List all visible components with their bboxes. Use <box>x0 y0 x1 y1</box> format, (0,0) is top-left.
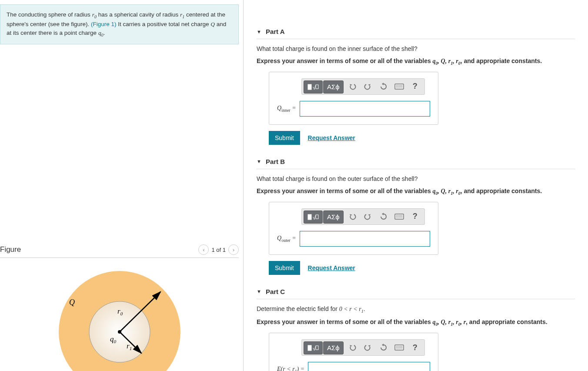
part-b-question: What total charge is found on the outer … <box>257 175 575 182</box>
svg-rect-20 <box>395 345 404 350</box>
part-label: Part B <box>266 158 285 165</box>
svg-rect-7 <box>316 85 318 89</box>
part-a-question: What total charge is found on the inner … <box>257 45 575 52</box>
part-c-answerbox: √ ΑΣϕ ? E(r < r1) = <box>269 333 438 371</box>
part-a-hint: Express your answer in terms of some or … <box>257 57 575 66</box>
equation-toolbar: √ ΑΣϕ ? <box>301 339 425 356</box>
problem-statement: The conducting sphere of radius r0 has a… <box>0 4 239 44</box>
redo-button[interactable] <box>360 80 376 93</box>
help-button[interactable]: ? <box>407 341 423 354</box>
part-a-header[interactable]: ▼ Part A <box>257 26 575 39</box>
part-c-question: Determine the electric field for 0 < r <… <box>257 305 575 314</box>
help-button[interactable]: ? <box>407 211 423 223</box>
part-label: Part A <box>266 28 285 35</box>
part-a-answerbox: √ ΑΣϕ ? Qinner = <box>269 72 438 125</box>
svg-rect-14 <box>395 214 404 219</box>
part-b-answerbox: √ ΑΣϕ ? Qouter = <box>269 202 438 255</box>
svg-rect-11 <box>308 214 311 220</box>
svg-rect-5 <box>308 84 311 90</box>
figure-title: Figure <box>0 245 21 254</box>
equation-toolbar: √ ΑΣϕ ? <box>301 78 425 95</box>
prev-figure-button[interactable]: ‹ <box>198 244 209 255</box>
svg-rect-19 <box>316 346 318 350</box>
svg-rect-8 <box>395 84 404 89</box>
greek-button[interactable]: ΑΣϕ <box>323 80 344 94</box>
text: It carries a positive total net charge <box>116 21 210 27</box>
text: . <box>104 30 105 36</box>
text: has a spherical cavity of radius <box>97 11 180 18</box>
undo-button[interactable] <box>344 341 360 354</box>
part-b-header[interactable]: ▼ Part B <box>257 156 575 169</box>
pager-text: 1 of 1 <box>211 247 226 253</box>
part-b-input[interactable] <box>300 231 430 247</box>
part-c-lhs: E(r < r1) = <box>277 366 304 371</box>
part-c-input[interactable] <box>308 362 430 371</box>
part-a: ▼ Part A What total charge is found on t… <box>257 26 575 145</box>
svg-point-4 <box>118 330 121 334</box>
reset-button[interactable] <box>376 80 391 93</box>
redo-button[interactable] <box>360 211 376 223</box>
reset-button[interactable] <box>376 211 391 223</box>
collapse-icon: ▼ <box>257 159 261 164</box>
var-r1: r1 <box>180 11 184 18</box>
part-c: ▼ Part C Determine the electric field fo… <box>257 286 575 371</box>
figure-header: Figure ‹ 1 of 1 › <box>0 242 239 258</box>
part-b: ▼ Part B What total charge is found on t… <box>257 156 575 275</box>
part-c-header[interactable]: ▼ Part C <box>257 286 575 299</box>
part-a-lhs: Qinner = <box>277 105 296 113</box>
part-label: Part C <box>266 288 285 295</box>
svg-rect-13 <box>316 215 318 219</box>
keyboard-button[interactable] <box>391 341 407 354</box>
svg-rect-17 <box>308 345 311 351</box>
equation-toolbar: √ ΑΣϕ ? <box>301 208 425 225</box>
var-q0: q0 <box>98 30 104 36</box>
part-c-hint: Express your answer in terms of some or … <box>257 318 575 327</box>
figure-link[interactable]: (Figure 1) <box>91 21 117 27</box>
help-button[interactable]: ? <box>407 80 423 93</box>
part-a-submit-button[interactable]: Submit <box>269 131 300 145</box>
figure-diagram: Q r0 r1 q0 <box>54 267 185 371</box>
reset-button[interactable] <box>376 341 391 354</box>
undo-button[interactable] <box>344 80 360 93</box>
var-r0: r0 <box>92 11 97 18</box>
part-a-input[interactable] <box>300 101 430 117</box>
part-b-submit-button[interactable]: Submit <box>269 261 300 275</box>
greek-button[interactable]: ΑΣϕ <box>323 211 344 224</box>
var-Q: Q <box>210 21 215 27</box>
keyboard-button[interactable] <box>391 80 407 93</box>
keyboard-button[interactable] <box>391 211 407 223</box>
next-figure-button[interactable]: › <box>228 244 239 255</box>
collapse-icon: ▼ <box>257 29 261 34</box>
templates-button[interactable]: √ <box>304 341 323 354</box>
part-a-request-answer-link[interactable]: Request Answer <box>308 134 355 141</box>
fig-label-Q: Q <box>69 298 75 307</box>
part-b-lhs: Qouter = <box>277 235 296 243</box>
figure-pager: ‹ 1 of 1 › <box>198 244 239 255</box>
collapse-icon: ▼ <box>257 289 261 294</box>
redo-button[interactable] <box>360 341 376 354</box>
part-b-request-answer-link[interactable]: Request Answer <box>308 264 355 271</box>
text: The conducting sphere of radius <box>7 11 92 18</box>
greek-button[interactable]: ΑΣϕ <box>323 341 344 354</box>
templates-button[interactable]: √ <box>304 211 323 224</box>
undo-button[interactable] <box>344 211 360 223</box>
templates-button[interactable]: √ <box>304 80 323 94</box>
part-b-hint: Express your answer in terms of some or … <box>257 187 575 196</box>
